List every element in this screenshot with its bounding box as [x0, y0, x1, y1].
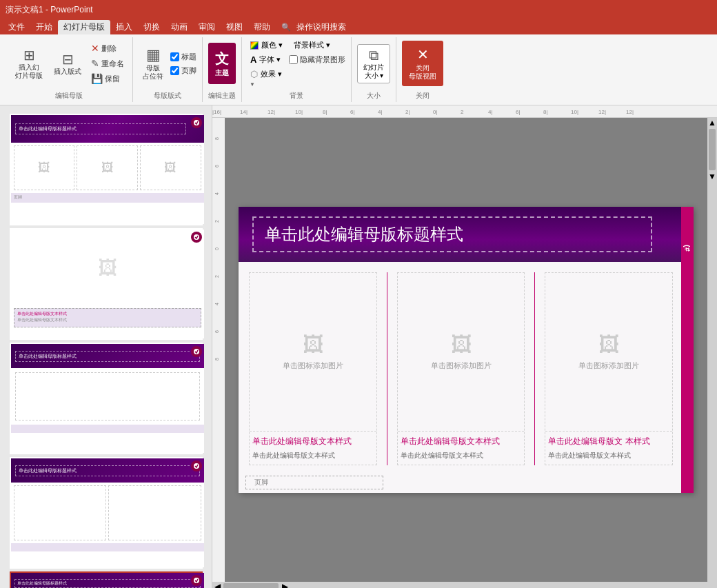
ribbon: ⊞ 插入幻灯片母版 ⊟ 插入版式 ✕ 删除 ✎ 重命名 💾 保留 [0, 34, 717, 105]
canvas-area: |16| 14| 12| 10| 8| 6| 4| 2| 0| 2 4| 6| … [212, 105, 717, 588]
insert-master-label: 插入幻灯片母版 [15, 63, 43, 80]
slide-footer: 页脚 [239, 472, 680, 493]
thumb5-title: 单击此处编辑母版标题样式 [14, 579, 201, 588]
slide-panel[interactable]: 单击此处编辑母版标题样式 🖼 🖼 🖼 页脚 🖼 单击此处编辑母版文本样式 [0, 105, 212, 588]
title-checkbox-row[interactable]: 标题 [170, 52, 196, 62]
slide-footer-box[interactable]: 页脚 [245, 476, 383, 489]
menu-slidemaster[interactable]: 幻灯片母版 [58, 20, 110, 34]
scroll-up-button[interactable]: ▲ [707, 118, 717, 128]
rename-button[interactable]: ✎ 重命名 [88, 57, 127, 70]
slide-thumb-5[interactable]: 单击此处编辑母版标题样式 🖼 🖼 🖼 单击此处编辑母版文本样式 单击此处编辑母版… [10, 571, 203, 588]
slide-thumb-4-inner: 单击此处编辑母版标题样式 [11, 458, 204, 567]
svg-text:12|: 12| [598, 109, 606, 115]
slide-img-icon-2: 🖼 [451, 333, 472, 356]
thumb4-num [191, 460, 202, 472]
insert-layout-button[interactable]: ⊟ 插入版式 [50, 49, 85, 78]
bg-style-label: 背景样式 ▾ [294, 40, 330, 50]
hide-bg-checkbox[interactable] [289, 55, 298, 64]
thumb5-header: 单击此处编辑母版标题样式 [11, 573, 204, 588]
menu-search[interactable]: 操作说明搜索 [291, 20, 352, 34]
search-icon: 🔍 [281, 23, 291, 32]
delete-button[interactable]: ✕ 删除 [88, 41, 127, 55]
background-expand-btn[interactable]: ▼ [248, 81, 257, 88]
app-title: 演示文稿1 - PowerPoint [6, 4, 93, 16]
menu-insert[interactable]: 插入 [110, 20, 138, 34]
slide-thumb-4[interactable]: 单击此处编辑母版标题样式 [10, 457, 203, 569]
svg-text:4|: 4| [378, 109, 383, 115]
scroll-right-button[interactable]: ▶ [280, 582, 290, 588]
insert-layout-icon: ⊟ [62, 51, 74, 68]
theme-group-label: 编辑主题 [208, 91, 236, 101]
edit-small-buttons: ✕ 删除 ✎ 重命名 💾 保留 [88, 41, 127, 85]
bg-style-button[interactable]: 背景样式 ▾ [291, 39, 333, 52]
thumb1-num [191, 117, 202, 128]
save-button[interactable]: 💾 保留 [88, 72, 127, 85]
delete-label: 删除 [101, 43, 117, 54]
title-bar: 演示文稿1 - PowerPoint [0, 0, 717, 19]
svg-text:8: 8 [214, 358, 219, 361]
theme-text-icon: 文 [215, 50, 229, 68]
font-button[interactable]: A 字体 ▾ [248, 53, 283, 66]
slide-thumb-2[interactable]: 🖼 单击此处编辑母版文本样式单击此处编辑母版文本样式 [10, 228, 203, 340]
menu-help[interactable]: 帮助 [248, 20, 276, 34]
slide-thumb-1[interactable]: 单击此处编辑母版标题样式 🖼 🖼 🖼 页脚 [10, 114, 203, 225]
svg-text:8|: 8| [323, 109, 327, 115]
footer-checkbox-row[interactable]: 页脚 [170, 65, 196, 76]
effect-icon: ⬡ [250, 69, 258, 79]
close-master-button[interactable]: ✕ 关闭母版视图 [402, 41, 443, 86]
thumb1-img2: 🖼 [77, 145, 138, 190]
ribbon-group-close: ✕ 关闭母版视图 关闭 [396, 37, 449, 102]
effect-button[interactable]: ⬡ 效果 ▾ [248, 68, 345, 81]
ribbon-group-size: ⧉ 幻灯片大小 ▾ 大小 [352, 37, 396, 102]
svg-text:0: 0 [214, 247, 219, 250]
slide-divider-1 [387, 272, 387, 465]
slide-img-area-2: 🖼 单击图标添加图片 [398, 273, 525, 432]
scroll-thumb-h[interactable] [223, 583, 279, 588]
scroll-down-button[interactable]: ▼ [707, 172, 717, 181]
svg-text:6|: 6| [516, 109, 521, 115]
save-label: 保留 [105, 74, 120, 84]
slide-thumb-3[interactable]: 单击此处编辑母版标题样式 [10, 343, 203, 454]
menu-transition[interactable]: 切换 [138, 20, 165, 34]
ruler-top: |16| 14| 12| 10| 8| 6| 4| 2| 0| 2 4| 6| … [212, 105, 717, 118]
slide-thumb-1-inner: 单击此处编辑母版标题样式 🖼 🖼 🖼 页脚 [11, 115, 204, 224]
menu-animation[interactable]: 动画 [165, 20, 193, 34]
menu-review[interactable]: 审阅 [193, 20, 221, 34]
scroll-left-button[interactable]: ◀ [212, 582, 222, 588]
master-layout-button[interactable]: ▦ 母版占位符 [139, 44, 168, 83]
svg-text:0|: 0| [433, 109, 438, 115]
thumb4-box1 [14, 485, 107, 540]
accent-text: (# [683, 245, 691, 252]
slide-canvas: 单击此处编辑母版标题样式 (# 🖼 单击图标添加图片 [225, 118, 707, 582]
svg-text:6|: 6| [350, 109, 355, 115]
footer-checkbox[interactable] [170, 66, 179, 75]
hide-bg-checkbox-row[interactable]: 隐藏背景图形 [289, 54, 345, 65]
menu-file[interactable]: 文件 [3, 20, 30, 34]
horizontal-scrollbar[interactable]: ◀ ▶ [212, 582, 717, 588]
svg-text:6: 6 [214, 165, 219, 168]
vertical-scrollbar[interactable]: ▲ ▼ [707, 118, 717, 582]
slide-img-icon-1: 🖼 [303, 333, 323, 356]
thumb4-title: 单击此处编辑母版标题样式 [15, 465, 200, 476]
scroll-thumb-v[interactable] [709, 129, 716, 170]
thumb2-icon: 🖼 [98, 256, 117, 279]
svg-text:4: 4 [214, 192, 219, 195]
master-layout-buttons: ▦ 母版占位符 标题 页脚 [139, 39, 196, 88]
title-checkbox[interactable] [170, 52, 179, 61]
menu-view[interactable]: 视图 [221, 20, 248, 34]
color-button[interactable]: 颜色 ▾ [248, 39, 285, 52]
background-controls: 颜色 ▾ 背景样式 ▾ A 字体 ▾ 隐藏背景图形 ⬡ 效 [248, 39, 345, 81]
ribbon-group-edit-master: ⊞ 插入幻灯片母版 ⊟ 插入版式 ✕ 删除 ✎ 重命名 💾 保留 [6, 37, 133, 102]
slide-text-pink-1: 单击此处编辑母版文本样式 [250, 432, 376, 449]
menu-start[interactable]: 开始 [30, 20, 58, 34]
close-group-label: 关闭 [402, 91, 443, 101]
thumb3-content [15, 372, 200, 420]
slide-size-button[interactable]: ⧉ 幻灯片大小 ▾ [357, 44, 390, 83]
theme-button[interactable]: 文 主题 [208, 43, 236, 84]
slide-title[interactable]: 单击此处编辑母版标题样式 [252, 216, 652, 252]
main-area: 单击此处编辑母版标题样式 🖼 🖼 🖼 页脚 🖼 单击此处编辑母版文本样式 [0, 105, 717, 588]
svg-text:|16|: |16| [212, 109, 221, 115]
slide-text-small-3: 单击此处编辑母版文本样式 [545, 449, 672, 465]
slide-img-label-2: 单击图标添加图片 [431, 361, 492, 371]
insert-master-button[interactable]: ⊞ 插入幻灯片母版 [11, 45, 47, 82]
